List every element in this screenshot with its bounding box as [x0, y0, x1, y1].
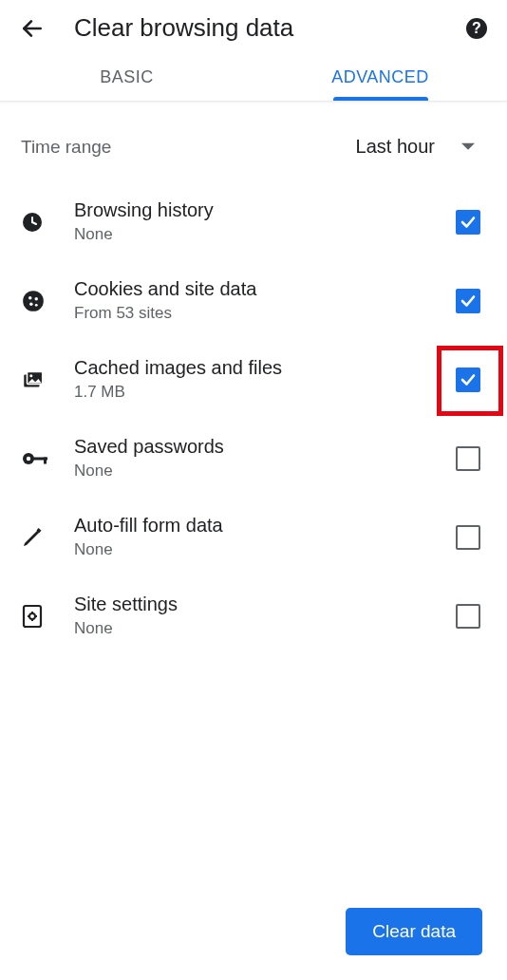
checkbox-browsing-history[interactable] — [456, 210, 480, 235]
tab-basic-label: BASIC — [100, 67, 154, 86]
check-icon — [460, 214, 477, 231]
item-passwords[interactable]: Saved passwordsNone — [0, 419, 507, 498]
svg-point-7 — [28, 296, 31, 299]
item-subtitle: From 53 sites — [74, 304, 446, 323]
item-subtitle: 1.7 MB — [74, 383, 446, 402]
pencil-icon — [21, 526, 59, 549]
svg-rect-19 — [24, 606, 41, 627]
item-subtitle: None — [74, 462, 446, 481]
back-button[interactable] — [19, 15, 46, 42]
cookie-icon — [21, 289, 59, 313]
item-browsing-history[interactable]: Browsing historyNone — [0, 182, 507, 261]
svg-point-13 — [29, 374, 32, 377]
help-button[interactable]: ? — [465, 17, 488, 40]
arrow-left-icon — [20, 16, 45, 41]
clear-data-button[interactable]: Clear data — [346, 908, 482, 955]
item-title: Saved passwords — [74, 436, 446, 458]
svg-point-15 — [27, 456, 30, 460]
tab-underline — [333, 97, 428, 101]
checkbox-cookies[interactable] — [456, 289, 480, 313]
time-range-row[interactable]: Time range Last hour — [0, 111, 507, 182]
tab-basic[interactable]: BASIC — [0, 50, 254, 101]
svg-point-9 — [29, 302, 32, 305]
item-site-settings[interactable]: Site settingsNone — [0, 576, 507, 655]
page-title: Clear browsing data — [74, 13, 465, 43]
image-stack-icon — [21, 368, 59, 392]
key-icon — [21, 449, 59, 468]
checkbox-site-settings[interactable] — [456, 604, 480, 629]
item-autofill[interactable]: Auto-fill form dataNone — [0, 498, 507, 576]
check-icon — [460, 292, 477, 310]
svg-point-6 — [23, 291, 44, 311]
item-title: Auto-fill form data — [74, 515, 446, 537]
checkbox-passwords[interactable] — [456, 446, 480, 471]
item-subtitle: None — [74, 619, 446, 638]
checkbox-cache[interactable] — [456, 368, 480, 392]
help-icon: ? — [465, 17, 488, 40]
item-subtitle: None — [74, 225, 446, 244]
svg-point-8 — [35, 297, 38, 300]
tab-advanced[interactable]: ADVANCED — [254, 50, 507, 101]
item-cache[interactable]: Cached images and files1.7 MB — [0, 340, 507, 419]
item-cookies[interactable]: Cookies and site dataFrom 53 sites — [0, 261, 507, 340]
item-title: Browsing history — [74, 199, 446, 221]
svg-point-20 — [29, 613, 35, 619]
checkbox-autofill[interactable] — [456, 525, 480, 550]
item-title: Cookies and site data — [74, 278, 446, 300]
chevron-down-icon — [461, 141, 475, 154]
item-title: Cached images and files — [74, 357, 446, 379]
svg-text:?: ? — [472, 20, 481, 36]
time-range-label: Time range — [21, 137, 356, 158]
tab-advanced-label: ADVANCED — [331, 67, 429, 86]
clock-icon — [21, 211, 59, 234]
item-title: Site settings — [74, 594, 446, 615]
check-icon — [460, 371, 477, 388]
settings-card-icon — [21, 603, 59, 630]
time-range-value: Last hour — [356, 136, 435, 158]
svg-rect-17 — [44, 457, 47, 463]
item-subtitle: None — [74, 540, 446, 559]
svg-point-10 — [35, 303, 38, 306]
